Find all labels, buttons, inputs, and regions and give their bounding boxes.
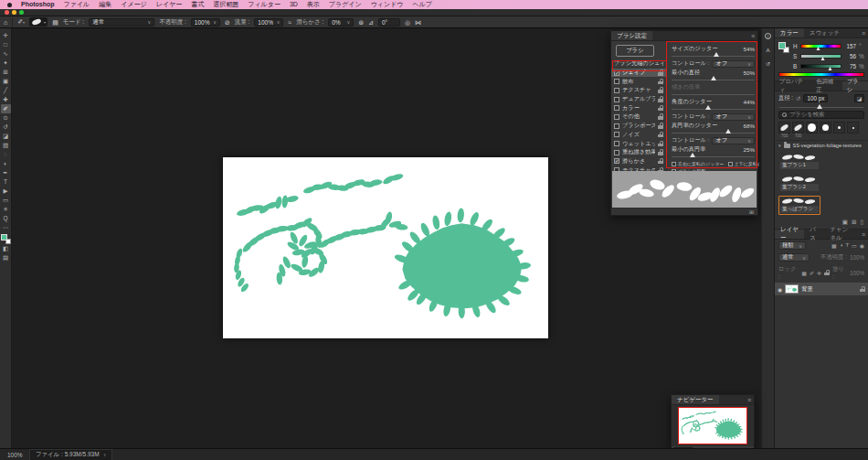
layers-tab-1[interactable]: パス <box>804 230 824 239</box>
brush-settings-item-1[interactable]: 散布 <box>611 77 666 86</box>
color-gradient-bar[interactable] <box>800 44 842 48</box>
menu-item-8[interactable]: 3D <box>290 0 298 9</box>
history-brush-tool[interactable]: ↺ <box>1 123 11 132</box>
menu-item-2[interactable]: 編集 <box>99 0 111 9</box>
clone-stamp-tool[interactable]: ⊙ <box>1 113 11 123</box>
minimize-window-icon[interactable] <box>12 10 16 15</box>
checkbox-icon[interactable] <box>614 141 619 146</box>
channel-value[interactable]: 75 <box>844 63 856 70</box>
menu-item-10[interactable]: プラグイン <box>329 0 362 9</box>
layer-thumbnail[interactable] <box>785 284 799 294</box>
pen-tool[interactable]: ✒ <box>1 168 11 177</box>
checkbox-icon[interactable] <box>672 162 676 166</box>
quick-mask-icon[interactable]: ◧ <box>1 244 11 253</box>
crop-tool[interactable]: ⊞ <box>1 68 11 77</box>
brush-settings-item-6[interactable]: ブラシポーズ <box>611 122 666 131</box>
lock-paint-icon[interactable]: ✐ <box>810 270 814 276</box>
channel-value[interactable]: 56 <box>844 53 856 59</box>
create-brush-icon[interactable]: ⊞ <box>852 219 856 226</box>
menu-item-5[interactable]: 書式 <box>191 0 204 9</box>
opacity-dropdown[interactable]: 100%∨ <box>191 18 220 27</box>
airbrush-icon[interactable]: ≈ <box>288 17 291 27</box>
lock-icon[interactable] <box>658 149 663 155</box>
control-dropdown[interactable]: オフ∨ <box>712 113 755 121</box>
navigator-tab[interactable]: ナビゲーター <box>672 395 719 404</box>
brush-settings-item-3[interactable]: デュアルブラシ <box>611 95 666 104</box>
menu-item-1[interactable]: ファイル <box>64 0 90 9</box>
navigator-proxy-preview[interactable] <box>678 407 747 444</box>
panel-menu-icon[interactable]: ≡ <box>859 28 868 37</box>
reset-size-icon[interactable]: ↺ <box>796 95 800 102</box>
lock-move-icon[interactable]: ✛ <box>817 270 821 276</box>
lasso-tool[interactable]: ∿ <box>1 49 11 59</box>
slider-track[interactable] <box>672 52 755 59</box>
menu-item-9[interactable]: 表示 <box>307 0 320 9</box>
slider-value[interactable]: 54% <box>744 46 755 52</box>
maximize-window-icon[interactable] <box>19 10 24 15</box>
brush-angle-field[interactable]: 0° <box>378 18 400 27</box>
brush-preview-toggle-icon[interactable]: ◪ <box>854 94 864 102</box>
checkbox-icon[interactable]: ✓ <box>614 70 619 76</box>
brush-angle-icon[interactable]: ⊿ <box>368 17 374 27</box>
slider-thumb[interactable] <box>829 67 832 70</box>
brush-tool[interactable]: ✐ <box>1 104 11 113</box>
brush-preset-2[interactable]: 葉っぱブラシ <box>778 196 820 215</box>
control-dropdown[interactable]: オフ∨ <box>712 137 755 144</box>
channel-value[interactable]: 157 <box>844 43 856 49</box>
marquee-tool[interactable]: □ <box>1 40 11 49</box>
slider-track[interactable] <box>672 153 755 159</box>
brush-settings-item-7[interactable]: ノイズ <box>611 131 666 140</box>
layers-tab-0[interactable]: レイヤー <box>775 230 804 239</box>
checkbox-icon[interactable] <box>728 162 733 166</box>
slider-thumb[interactable] <box>725 129 731 134</box>
object-selection-tool[interactable]: ✦ <box>1 59 11 68</box>
lock-icon[interactable] <box>658 79 663 85</box>
apple-logo-icon[interactable] <box>7 3 12 7</box>
fill-value[interactable]: 100% <box>850 270 864 276</box>
document-canvas[interactable] <box>223 157 548 338</box>
slider-track[interactable] <box>672 129 755 135</box>
slider-track[interactable] <box>672 76 755 82</box>
blur-tool[interactable]: ◌ <box>1 150 11 159</box>
slider-value[interactable]: 68% <box>744 123 755 129</box>
brush-folder-row[interactable]: ▾ SS-vegetation-foliage-textures <box>775 141 868 150</box>
brush-size-slider[interactable] <box>779 103 863 110</box>
slider-value[interactable]: 44% <box>744 99 755 105</box>
checkbox-icon[interactable] <box>614 88 619 93</box>
foreground-color-swatch[interactable] <box>778 42 786 49</box>
checkbox-icon[interactable] <box>614 105 619 111</box>
history-panel-icon[interactable]: ↺ <box>764 59 772 68</box>
lock-icon[interactable] <box>658 141 663 147</box>
checkbox-icon[interactable] <box>614 150 619 155</box>
slider-thumb[interactable] <box>690 153 695 157</box>
brush-preset-1[interactable]: 葉ブラシ2 <box>778 174 820 193</box>
home-icon[interactable]: ⌂ <box>4 17 7 27</box>
brush-tip-shape-item[interactable]: ブラシ先端のシェイプ <box>611 59 666 69</box>
blend-mode-dropdown[interactable]: 通常∨ <box>89 18 154 27</box>
color-gradient-bar[interactable] <box>800 64 842 69</box>
lock-icon[interactable] <box>658 96 663 102</box>
status-chevron-icon[interactable]: › <box>104 452 106 458</box>
layer-row-background[interactable]: ◉ 背景 <box>775 283 868 295</box>
tab-2[interactable]: ブラシ <box>842 81 868 91</box>
pressure-size-icon[interactable]: ◎ <box>405 17 410 27</box>
panel-menu-icon[interactable]: ≡ <box>748 31 757 40</box>
foreground-color-swatch[interactable] <box>1 234 7 241</box>
layer-opacity-value[interactable]: 100% <box>850 254 864 261</box>
checkbox-icon[interactable] <box>614 132 619 137</box>
menu-item-0[interactable]: Photoshop <box>21 0 55 9</box>
lock-icon[interactable] <box>658 87 663 93</box>
lock-icon[interactable] <box>658 70 663 76</box>
slider-thumb[interactable] <box>821 57 825 60</box>
recent-brush-2[interactable] <box>806 122 818 134</box>
panel-menu-icon[interactable]: ≡ <box>745 395 754 404</box>
smoothing-dropdown[interactable]: 0%∨ <box>328 18 354 27</box>
toolbar-ellipsis[interactable]: ⋯ <box>1 223 11 232</box>
slider-track[interactable] <box>672 105 755 112</box>
symmetry-icon[interactable]: ⋈ <box>415 17 421 27</box>
foreground-background-swatches[interactable] <box>778 42 789 53</box>
brush-settings-item-5[interactable]: その他 <box>611 112 666 122</box>
recent-brush-4[interactable] <box>833 122 845 134</box>
smoothing-gear-icon[interactable]: ⊛ <box>358 17 364 27</box>
slider-track[interactable] <box>672 91 755 97</box>
